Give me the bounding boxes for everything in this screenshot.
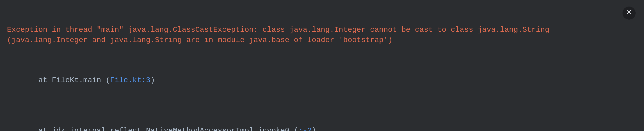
close-button[interactable]	[622, 6, 636, 20]
console-output: Exception in thread "main" java.lang.Cla…	[7, 5, 614, 131]
at-keyword: at	[34, 76, 52, 84]
paren: (	[101, 76, 110, 84]
exception-header: Exception in thread "main" java.lang.Cla…	[7, 25, 614, 45]
paren: )	[150, 76, 155, 84]
source-link[interactable]: :-2	[298, 126, 312, 131]
close-icon	[626, 8, 632, 18]
at-keyword: at	[34, 126, 52, 131]
stack-frame: at FileKt.main (File.kt:3)	[7, 65, 614, 96]
paren: (	[290, 126, 298, 131]
method-name: jdk.internal.reflect.NativeMethodAccesso…	[52, 126, 290, 131]
stack-frame: at jdk.internal.reflect.NativeMethodAcce…	[7, 116, 614, 131]
paren: )	[312, 126, 316, 131]
method-name: FileKt.main	[52, 76, 101, 84]
source-link[interactable]: File.kt:3	[110, 76, 150, 84]
